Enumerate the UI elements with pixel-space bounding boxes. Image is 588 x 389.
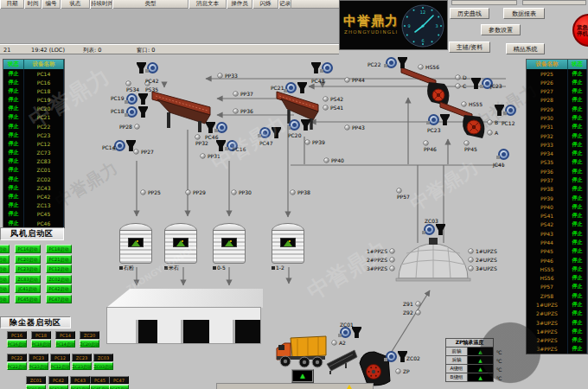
indicator-dot[interactable]: [390, 266, 394, 271]
indicator-dot[interactable]: [134, 150, 138, 154]
fan-start-button[interactable]: PC23启动: [15, 265, 41, 273]
indicator-dot[interactable]: [419, 65, 423, 69]
top-partial-bar[interactable]: [522, 0, 586, 5]
indicator-dot[interactable]: [324, 158, 329, 163]
indicator-dot[interactable]: [141, 190, 145, 194]
hopper-blower-device[interactable]: [340, 327, 361, 338]
dust-start-button[interactable]: ZC23启动: [72, 362, 92, 370]
hopper-blower-device[interactable]: [386, 351, 407, 362]
dust-start-button[interactable]: PC23启动: [29, 362, 48, 370]
indicator-dot[interactable]: [332, 341, 336, 345]
material-silo[interactable]: 0-5: [213, 223, 246, 264]
dust-start-button[interactable]: PC22启动: [7, 362, 27, 370]
hopper-blower-device[interactable]: [289, 119, 310, 131]
hopper-blower-device[interactable]: [428, 114, 450, 125]
indicator-dot[interactable]: [464, 141, 469, 145]
dust-start-button[interactable]: PC43启动: [70, 385, 90, 389]
indicator-dot[interactable]: [305, 140, 310, 144]
indicator-dot[interactable]: [416, 302, 420, 306]
fan-start-button[interactable]: PC42启动: [46, 284, 72, 293]
indicator-dot[interactable]: [488, 131, 492, 135]
hopper-blower-device[interactable]: [495, 105, 516, 116]
indicator-dot[interactable]: [469, 258, 473, 262]
indicator-dot[interactable]: [469, 266, 473, 271]
nav-button[interactable]: 主辅/资料: [449, 41, 490, 53]
hopper-blower-device[interactable]: [126, 106, 148, 118]
indicator-dot[interactable]: [488, 120, 492, 124]
indicator-dot[interactable]: [201, 154, 205, 158]
indicator-dot[interactable]: [345, 125, 349, 130]
alarm-column-header: 操作员: [227, 0, 252, 9]
hopper-blower-device[interactable]: [386, 57, 407, 68]
indicator-dot[interactable]: [233, 92, 238, 96]
hopper-blower-device[interactable]: [311, 62, 333, 73]
indicator-dot[interactable]: [456, 75, 460, 80]
fan-start-button[interactable]: ZC01启动: [0, 284, 10, 293]
hopper-blower-device[interactable]: [498, 149, 509, 160]
building-door: [136, 320, 157, 343]
hopper-blower-device[interactable]: [114, 140, 136, 151]
dust-start-button[interactable]: PC14启动: [55, 340, 75, 348]
indicator-dot[interactable]: [345, 78, 349, 82]
material-silo[interactable]: 石粉: [119, 223, 152, 264]
fan-start-button[interactable]: PC19启动: [0, 255, 10, 264]
nav-button[interactable]: 历史曲线: [450, 8, 489, 19]
fan-start-button[interactable]: PC18启动: [46, 245, 72, 253]
dust-start-button[interactable]: PC16启动: [7, 340, 27, 348]
fan-start-button[interactable]: PC16启动: [15, 245, 41, 253]
indicator-dot[interactable]: [424, 141, 428, 145]
indicator-dot[interactable]: [233, 109, 238, 113]
dust-start-button[interactable]: ZC20启动: [80, 340, 99, 348]
indicator-dot[interactable]: [462, 102, 466, 106]
indicator-dot[interactable]: [323, 97, 328, 101]
indicator-dot[interactable]: [416, 310, 420, 315]
fan-start-button[interactable]: PC47启动: [46, 295, 72, 303]
dust-start-button[interactable]: PC18启动: [31, 340, 51, 348]
fan-start-button[interactable]: PC14启动: [0, 245, 10, 253]
hopper-blower-device[interactable]: [285, 82, 307, 93]
indicator-dot[interactable]: [195, 135, 200, 139]
indicator-dot[interactable]: [232, 190, 236, 194]
indicator-dot[interactable]: [390, 249, 394, 253]
dust-start-button[interactable]: ZC01启动: [26, 385, 46, 389]
indicator-dot[interactable]: [291, 190, 295, 194]
dust-start-button[interactable]: PC12启动: [50, 362, 70, 370]
top-partial-bar[interactable]: [451, 0, 517, 5]
hopper-blower-device[interactable]: [137, 62, 158, 73]
fan-start-button[interactable]: ZC73启动: [0, 275, 10, 284]
indicator-dot[interactable]: [186, 190, 190, 194]
fan-start-button[interactable]: ZC02启动: [46, 275, 72, 284]
indicator-dot[interactable]: [390, 258, 394, 262]
fan-start-button[interactable]: ZC83启动: [15, 275, 41, 284]
indicator-dot[interactable]: [397, 188, 401, 193]
fan-start-button[interactable]: PC45启动: [15, 295, 41, 303]
hopper-blower-device[interactable]: [424, 224, 445, 235]
alarm-list-area[interactable]: [0, 9, 339, 44]
hopper-blower-device[interactable]: [259, 127, 281, 138]
material-silo[interactable]: 米石: [164, 223, 197, 264]
indicator-dot[interactable]: [456, 84, 460, 88]
nav-button[interactable]: 参数设置: [481, 24, 521, 35]
fan-start-button[interactable]: PC43启动: [0, 295, 10, 303]
hopper-blower-device[interactable]: [126, 93, 148, 105]
dust-start-button[interactable]: ZC03启动: [93, 362, 113, 370]
dust-start-button[interactable]: PC47启动: [109, 385, 129, 389]
fan-start-button[interactable]: JC41启动: [15, 284, 41, 293]
indicator-dot[interactable]: [218, 73, 222, 78]
fan-start-button[interactable]: PC20启动: [15, 255, 41, 264]
indicator-dot[interactable]: [126, 81, 131, 86]
dust-start-button[interactable]: PC45启动: [90, 385, 110, 389]
nav-button[interactable]: 精品系统: [506, 43, 545, 54]
fan-start-button[interactable]: PC22启动: [0, 265, 10, 273]
indicator-dot[interactable]: [135, 124, 139, 129]
dust-start-button[interactable]: PC42启动: [48, 385, 68, 389]
device-status-row: PP30停止: [527, 113, 587, 122]
indicator-dot[interactable]: [469, 249, 473, 253]
nav-button[interactable]: 数据报表: [503, 8, 545, 19]
material-silo[interactable]: 1-2: [272, 223, 304, 264]
indicator-dot[interactable]: [323, 105, 328, 110]
hopper-blower-device[interactable]: [206, 122, 227, 133]
fan-start-button[interactable]: PC12启动: [46, 265, 72, 273]
fan-start-button[interactable]: PC21启动: [46, 255, 72, 264]
indicator-dot[interactable]: [396, 369, 400, 373]
